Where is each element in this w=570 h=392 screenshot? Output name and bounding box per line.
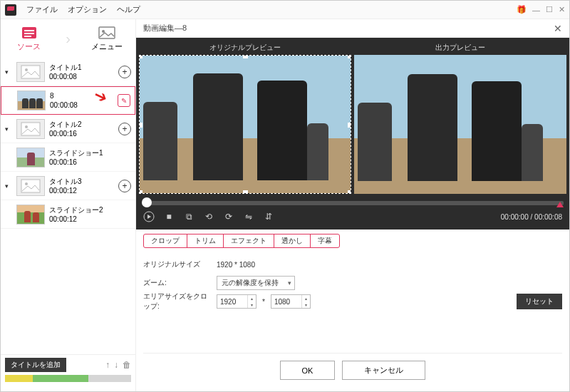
add-button[interactable]: + xyxy=(118,66,131,78)
menu-file[interactable]: ファイル xyxy=(26,4,58,15)
timeline[interactable] xyxy=(136,197,569,207)
expand-icon[interactable]: ▾ xyxy=(5,68,12,76)
svg-rect-2 xyxy=(24,33,34,34)
cropsize-label: エリアサイズをクロップ: xyxy=(143,292,211,311)
flip-v-icon[interactable]: ⇵ xyxy=(263,211,274,222)
menu-help[interactable]: ヘルプ xyxy=(117,4,140,15)
title-group-1[interactable]: ▾ タイトル100:00:08 + xyxy=(1,58,135,86)
preview-area: オリジナルプレビュー 出 xyxy=(136,38,569,229)
clip-item[interactable]: スライドショー200:00:12 xyxy=(1,200,135,229)
editor-close-icon[interactable]: ✕ xyxy=(554,23,562,34)
rotate-right-icon[interactable]: ⟳ xyxy=(223,211,234,222)
left-panel: ソース › メニュー ▾ タイトル100:00:08 + xyxy=(1,19,136,391)
tab-source-label: ソース xyxy=(17,41,41,52)
clip-item-selected[interactable]: 800:00:08 ➔ ✎ xyxy=(1,86,135,115)
tab-watermark[interactable]: 透かし xyxy=(274,234,311,247)
tab-trim[interactable]: トリム xyxy=(187,234,224,247)
crop-width-input[interactable]: 1920▴▾ xyxy=(217,294,256,309)
svg-rect-8 xyxy=(21,123,40,135)
flip-h-icon[interactable]: ⇋ xyxy=(243,211,254,222)
zoom-label: ズーム: xyxy=(143,278,211,288)
progress-bar xyxy=(5,375,131,382)
expand-icon[interactable]: ▾ xyxy=(5,125,12,133)
expand-icon[interactable]: ▾ xyxy=(5,182,12,190)
clip-thumb xyxy=(17,91,46,110)
origsize-value: 1920 * 1080 xyxy=(217,261,255,269)
title-name: タイトル3 xyxy=(49,177,114,186)
title-dur: 00:00:16 xyxy=(49,129,114,138)
left-footer: タイトルを追加 ↑ ↓ 🗑 xyxy=(1,354,135,391)
svg-point-9 xyxy=(25,125,28,128)
title-group-2[interactable]: ▾ タイトル200:00:16 + xyxy=(1,115,135,143)
snapshot-icon[interactable]: ⧉ xyxy=(183,211,195,222)
move-up-icon[interactable]: ↑ xyxy=(105,360,110,370)
tab-menu[interactable]: メニュー xyxy=(79,19,136,58)
thumb-placeholder xyxy=(16,62,45,82)
clip-item[interactable]: スライドショー100:00:16 xyxy=(1,143,135,172)
svg-rect-1 xyxy=(24,30,34,31)
spin-down-icon[interactable]: ▾ xyxy=(247,301,256,308)
output-preview-label: 出力プレビュー xyxy=(354,41,566,55)
close-icon[interactable]: ✕ xyxy=(559,5,565,14)
add-button[interactable]: + xyxy=(118,123,131,135)
svg-rect-6 xyxy=(21,66,40,78)
editor-title: 動画編集—8 xyxy=(143,23,187,33)
clip-name: スライドショー1 xyxy=(49,148,131,158)
title-group-3[interactable]: ▾ タイトル300:00:12 + xyxy=(1,172,135,200)
move-down-icon[interactable]: ↓ xyxy=(114,360,118,370)
source-icon xyxy=(21,26,38,40)
menu-option[interactable]: オプション xyxy=(68,4,107,15)
svg-rect-4 xyxy=(99,27,115,38)
tab-separator: › xyxy=(58,19,79,58)
clip-thumb xyxy=(16,205,45,225)
rotate-left-icon[interactable]: ⟲ xyxy=(203,211,214,222)
clip-dur: 00:00:16 xyxy=(49,158,131,167)
tab-effect[interactable]: エフェクト xyxy=(224,234,274,247)
end-marker[interactable] xyxy=(556,202,564,207)
reset-button[interactable]: リセット xyxy=(517,294,562,309)
original-preview-label: オリジナルプレビュー xyxy=(139,41,351,55)
thumb-placeholder xyxy=(16,119,45,139)
clip-name: スライドショー2 xyxy=(49,205,131,215)
svg-rect-10 xyxy=(21,180,40,192)
settings-area: クロップ トリム エフェクト 透かし 字幕 オリジナルサイズ 1920 * 10… xyxy=(136,229,569,391)
original-preview[interactable] xyxy=(139,55,351,194)
editor-panel: 動画編集—8 ✕ オリジナルプレビュー xyxy=(136,19,569,391)
zoom-select[interactable]: 元の解像度を保持 xyxy=(217,276,295,290)
edit-clip-button[interactable]: ✎ xyxy=(118,94,130,107)
play-icon[interactable] xyxy=(143,211,155,222)
cancel-button[interactable]: キャンセル xyxy=(342,361,425,380)
stop-icon[interactable]: ■ xyxy=(163,211,175,222)
maximize-icon[interactable]: ☐ xyxy=(546,5,553,14)
title-dur: 00:00:12 xyxy=(49,186,114,195)
title-name: タイトル2 xyxy=(49,120,114,129)
editor-header: 動画編集—8 ✕ xyxy=(136,19,569,38)
title-dur: 00:00:08 xyxy=(49,72,114,81)
trash-icon[interactable]: 🗑 xyxy=(123,360,131,370)
menu-icon xyxy=(98,26,115,40)
spin-down-icon[interactable]: ▾ xyxy=(301,301,310,308)
title-name: タイトル1 xyxy=(49,63,114,72)
add-title-button[interactable]: タイトルを追加 xyxy=(5,358,66,372)
origsize-label: オリジナルサイズ xyxy=(143,259,211,269)
minimize-icon[interactable]: — xyxy=(532,6,540,14)
title-list: ▾ タイトル100:00:08 + 800:00:08 ➔ ✎ ▾ xyxy=(1,58,135,354)
playback-controls: ■ ⧉ ⟲ ⟳ ⇋ ⇵ 00:00:00 / 00:00:08 xyxy=(136,207,569,227)
tab-subtitle[interactable]: 字幕 xyxy=(311,234,339,247)
gift-icon[interactable]: 🎁 xyxy=(517,5,527,14)
clip-thumb xyxy=(16,148,45,167)
crop-height-input[interactable]: 1080▴▾ xyxy=(271,294,311,309)
output-preview xyxy=(354,55,566,194)
spin-up-icon[interactable]: ▴ xyxy=(247,295,256,301)
tab-source[interactable]: ソース xyxy=(1,19,58,58)
time-display: 00:00:00 / 00:00:08 xyxy=(501,213,562,221)
clip-dur: 00:00:12 xyxy=(49,215,131,224)
add-button[interactable]: + xyxy=(118,180,131,192)
tab-crop[interactable]: クロップ xyxy=(144,234,187,247)
svg-rect-3 xyxy=(24,36,31,37)
spin-up-icon[interactable]: ▴ xyxy=(301,295,310,301)
ok-button[interactable]: OK xyxy=(280,361,336,380)
svg-point-11 xyxy=(25,182,28,185)
playhead[interactable] xyxy=(142,197,152,207)
menubar: ファイル オプション ヘルプ 🎁 — ☐ ✕ xyxy=(1,1,569,19)
